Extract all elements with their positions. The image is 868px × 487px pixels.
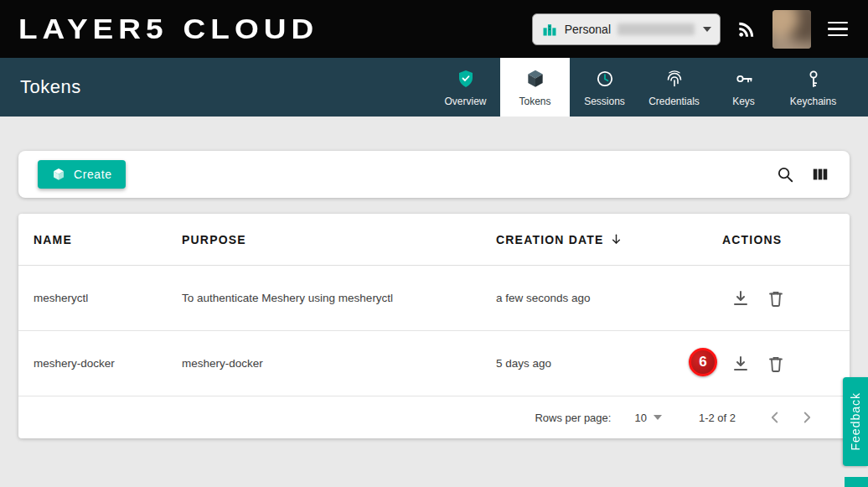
previous-page-icon[interactable] [766,408,784,427]
logo-cloud: CLOUD [183,14,319,43]
key-icon [734,68,754,90]
trash-icon[interactable] [766,354,786,374]
account-switcher[interactable]: Personal [532,13,721,45]
subnav: Tokens Overview [0,58,868,117]
rows-per-page-select[interactable]: 10 [634,412,646,424]
footer-corner-accent [845,477,868,487]
tab-label: Overview [444,96,486,107]
row-actions [722,288,850,308]
logo-layer5: LAYER5 [18,14,168,43]
token-purpose: meshery-docker [182,357,496,370]
tab-label: Sessions [584,96,625,107]
tab-label: Keys [732,96,755,107]
annotation-marker: 6 [689,348,717,376]
column-header-actions: ACTIONS [722,233,850,246]
column-header-name[interactable]: NAME [18,233,182,246]
create-token-button[interactable]: Create [38,160,126,189]
toolbar-icons [776,165,829,184]
building-icon [541,21,558,38]
page-title: Tokens [20,76,81,98]
rows-per-page-label: Rows per page: [535,412,611,424]
sort-descending-icon[interactable] [609,232,623,246]
view-columns-icon[interactable] [811,165,829,184]
token-name: meshery-docker [18,357,182,370]
main-content: Create [0,117,868,438]
fingerprint-icon [664,68,685,90]
column-header-creation-date[interactable]: CREATION DATE [496,232,722,246]
nav-tabs: Overview Tokens [431,58,848,117]
chevron-down-icon [703,27,711,32]
tab-overview[interactable]: Overview [431,58,500,117]
account-name-redacted [617,23,695,35]
table-row: mesheryctl To authenticate Meshery using… [18,266,850,331]
page: LAYER5 CLOUD Personal [0,0,868,438]
tab-label: Credentials [648,96,700,107]
keychain-icon [803,68,824,90]
token-cube-icon [51,167,66,182]
search-icon[interactable] [776,165,794,184]
table-pagination: Rows per page: 10 1-2 of 2 [18,396,850,438]
download-icon[interactable] [731,354,751,374]
token-name: mesheryctl [18,292,182,304]
download-icon[interactable] [731,288,751,308]
pagination-range: 1-2 of 2 [699,412,736,424]
feedback-label: Feedback [849,392,862,450]
layer5-cloud-logo[interactable]: LAYER5 CLOUD [18,13,318,44]
chevron-down-icon[interactable] [654,415,662,420]
trash-icon[interactable] [766,288,786,308]
tab-tokens[interactable]: Tokens [500,58,570,117]
app-header: LAYER5 CLOUD Personal [0,0,868,58]
rss-icon[interactable] [736,18,757,40]
token-cube-icon [524,68,546,90]
token-creation-date: a few seconds ago [496,292,722,304]
account-label: Personal [565,23,611,36]
hamburger-menu-icon[interactable] [826,18,850,40]
table-row: meshery-docker meshery-docker 5 days ago [18,331,850,396]
table-toolbar: Create [18,151,850,198]
tokens-table: NAME PURPOSE CREATION DATE ACTIONS meshe… [18,214,850,438]
column-header-purpose[interactable]: PURPOSE [182,233,496,246]
user-avatar[interactable] [772,10,811,49]
tab-label: Keychains [790,96,836,107]
row-actions [722,354,850,374]
tab-sessions[interactable]: Sessions [570,58,639,117]
avatar-blurred-image [772,10,811,49]
shield-icon [456,68,476,90]
tab-keys[interactable]: Keys [709,58,778,117]
table-header-row: NAME PURPOSE CREATION DATE ACTIONS [18,214,850,266]
tab-credentials[interactable]: Credentials [639,58,709,117]
header-actions: Personal [532,10,850,49]
feedback-tab[interactable]: Feedback [843,377,868,466]
next-page-icon[interactable] [798,408,816,427]
tab-keychains[interactable]: Keychains [778,58,848,117]
create-button-label: Create [74,168,112,181]
tab-label: Tokens [519,96,550,107]
pager-controls [766,408,816,427]
token-purpose: To authenticate Meshery using mesheryctl [182,292,496,304]
clock-icon [595,68,615,90]
